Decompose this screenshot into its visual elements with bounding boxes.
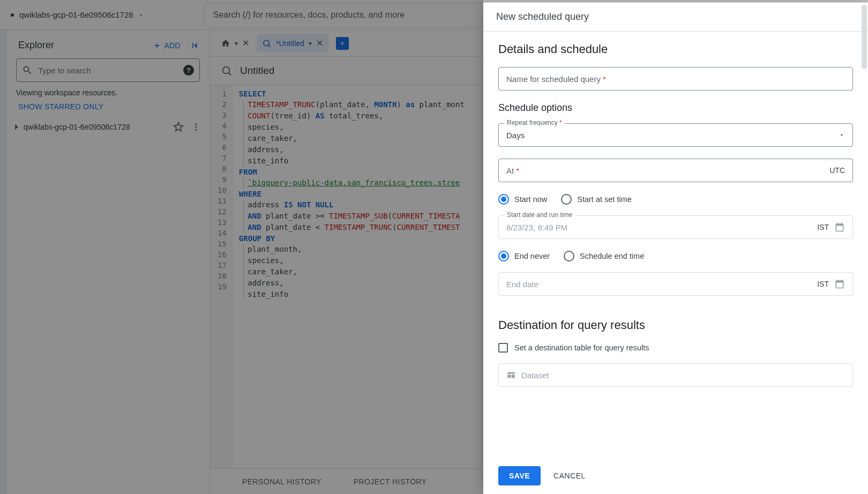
explorer-title: Explorer bbox=[18, 40, 54, 51]
start-set-radio[interactable]: Start at set time bbox=[561, 194, 632, 205]
home-icon bbox=[221, 39, 230, 48]
tab-dropdown-icon: ▾ bbox=[235, 40, 238, 47]
left-rail bbox=[0, 30, 6, 494]
svg-point-0 bbox=[196, 123, 197, 125]
name-placeholder: Name for scheduled query bbox=[506, 74, 601, 84]
query-icon bbox=[221, 65, 233, 77]
end-set-radio[interactable]: Schedule end time bbox=[564, 251, 644, 261]
chevron-down-icon bbox=[138, 12, 144, 18]
start-now-label: Start now bbox=[514, 195, 547, 204]
repeat-label: Repeat frequency bbox=[507, 119, 558, 126]
search-placeholder: Search (/) for resources, docs, products… bbox=[213, 10, 405, 20]
checkbox-icon bbox=[498, 343, 508, 353]
line-gutter: 12345678910111213141516171819 bbox=[210, 85, 233, 468]
calendar-icon bbox=[834, 222, 845, 233]
svg-point-2 bbox=[196, 129, 197, 131]
explorer-header: Explorer ADD bbox=[6, 30, 209, 58]
add-button[interactable]: ADD bbox=[153, 41, 181, 50]
add-label: ADD bbox=[164, 41, 181, 50]
help-icon[interactable]: ? bbox=[183, 65, 194, 76]
svg-point-3 bbox=[264, 40, 270, 46]
start-date-value: 8/23/23, 8:49 PM bbox=[506, 223, 567, 232]
explorer-note: Viewing workspace resources. bbox=[6, 88, 209, 97]
expand-triangle-icon[interactable] bbox=[15, 124, 18, 130]
collapse-icon[interactable] bbox=[190, 40, 201, 51]
end-date-field: End date IST bbox=[498, 272, 853, 296]
destination-checkbox-label: Set a destination table for query result… bbox=[514, 343, 649, 352]
query-name-field[interactable]: Name for scheduled query * bbox=[498, 67, 853, 91]
personal-history-tab[interactable]: PERSONAL HISTORY bbox=[242, 477, 321, 486]
star-icon[interactable] bbox=[173, 122, 184, 132]
project-history-tab[interactable]: PROJECT HISTORY bbox=[354, 477, 427, 486]
untitled-tab[interactable]: *Untitled ▾ ✕ bbox=[257, 34, 328, 53]
end-set-label: Schedule end time bbox=[580, 252, 644, 260]
svg-line-4 bbox=[268, 45, 271, 47]
svg-point-5 bbox=[223, 67, 230, 74]
ist-label-2: IST bbox=[817, 280, 829, 288]
close-icon[interactable]: ✕ bbox=[316, 38, 323, 48]
explorer-search-input[interactable] bbox=[38, 66, 178, 75]
at-label: At bbox=[506, 166, 514, 175]
utc-label: UTC bbox=[829, 166, 845, 175]
project-row[interactable]: qwiklabs-gcp-01-6e09506c1728 bbox=[6, 116, 209, 138]
panel-body: Details and schedule Name for scheduled … bbox=[483, 32, 868, 458]
panel-scrollbar[interactable] bbox=[862, 5, 867, 492]
plus-icon bbox=[153, 41, 161, 50]
ist-label: IST bbox=[817, 223, 829, 231]
at-time-field[interactable]: At * UTC bbox=[498, 159, 853, 182]
calendar-icon bbox=[834, 279, 845, 289]
chevron-down-icon bbox=[839, 132, 845, 138]
editor-title: Untitled bbox=[240, 65, 274, 77]
svg-line-6 bbox=[229, 73, 231, 76]
destination-checkbox[interactable]: Set a destination table for query result… bbox=[498, 343, 853, 353]
panel-footer: SAVE CANCEL bbox=[483, 458, 868, 494]
start-now-radio[interactable]: Start now bbox=[498, 194, 547, 205]
new-tab-button[interactable] bbox=[336, 37, 349, 50]
start-radio-group: Start now Start at set time bbox=[498, 194, 853, 205]
project-name: qwiklabs-gcp-01-6e09506c1728 bbox=[19, 10, 133, 19]
end-date-placeholder: End date bbox=[506, 280, 538, 289]
project-selector[interactable]: qwiklabs-gcp-01-6e09506c1728 bbox=[4, 7, 151, 23]
code-content[interactable]: SELECT TIMESTAMP_TRUNC(plant_date, MONTH… bbox=[233, 85, 465, 468]
start-date-field: Start date and run time 8/23/23, 8:49 PM… bbox=[498, 215, 853, 239]
welcome-tab[interactable]: ▾ ✕ bbox=[215, 34, 255, 53]
search-icon bbox=[22, 65, 33, 76]
more-vert-icon[interactable] bbox=[191, 122, 201, 132]
start-set-label: Start at set time bbox=[577, 195, 632, 204]
svg-point-1 bbox=[196, 126, 197, 128]
scheduled-query-panel: New scheduled query Details and schedule… bbox=[483, 2, 868, 494]
show-starred-link[interactable]: SHOW STARRED ONLY bbox=[6, 97, 209, 116]
table-icon bbox=[506, 370, 516, 380]
end-radio-group: End never Schedule end time bbox=[498, 251, 853, 261]
panel-title: New scheduled query bbox=[483, 3, 868, 32]
cancel-button[interactable]: CANCEL bbox=[553, 471, 586, 480]
end-never-label: End never bbox=[514, 252, 550, 260]
save-button[interactable]: SAVE bbox=[498, 466, 541, 485]
project-dot-icon bbox=[11, 13, 14, 17]
destination-heading: Destination for query results bbox=[498, 318, 853, 332]
tab-label: *Untitled bbox=[276, 39, 304, 48]
explorer-search[interactable]: ? bbox=[16, 58, 200, 82]
details-heading: Details and schedule bbox=[498, 42, 853, 56]
repeat-value: Days bbox=[506, 131, 525, 140]
start-date-label: Start date and run time bbox=[504, 211, 575, 219]
dataset-placeholder: Dataset bbox=[521, 371, 549, 380]
dataset-field: Dataset bbox=[498, 363, 853, 387]
close-icon[interactable]: ✕ bbox=[242, 38, 249, 48]
tab-dropdown-icon[interactable]: ▾ bbox=[309, 40, 312, 47]
explorer-panel: Explorer ADD ? Viewing workspace resourc… bbox=[6, 30, 210, 494]
plus-icon bbox=[339, 40, 346, 47]
repeat-frequency-select[interactable]: Repeat frequency * Days bbox=[498, 123, 853, 147]
end-never-radio[interactable]: End never bbox=[498, 251, 550, 261]
project-label: qwiklabs-gcp-01-6e09506c1728 bbox=[24, 123, 130, 131]
schedule-heading: Schedule options bbox=[498, 102, 853, 114]
query-icon bbox=[262, 39, 272, 48]
